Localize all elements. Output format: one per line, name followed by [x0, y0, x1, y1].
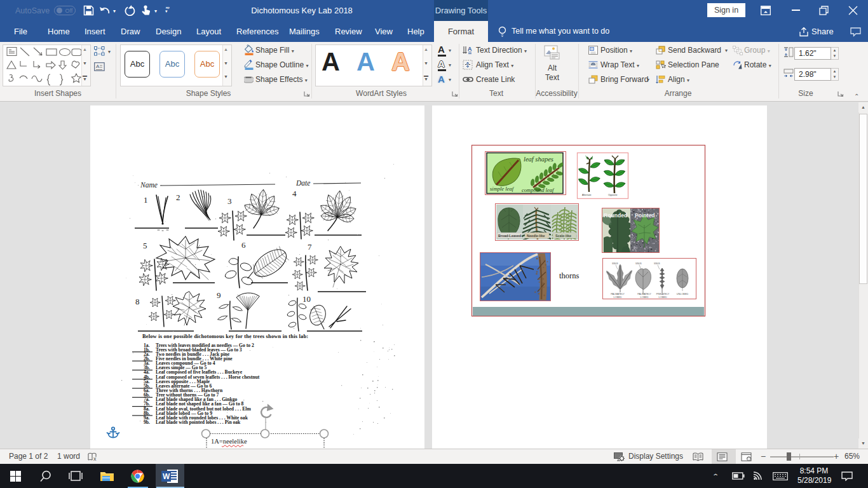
svg-text:simple leaf: simple leaf	[490, 186, 515, 192]
svg-text:SINUS: SINUS	[654, 262, 660, 265]
svg-text:Leaf blade with pointed lobes: Leaf blade with pointed lobes . . . Pin …	[156, 419, 241, 425]
svg-text:1A=neelelike: 1A=neelelike	[211, 438, 247, 445]
svg-text:Below is one possible dichotom: Below is one possible dichotomous key fo…	[142, 334, 308, 339]
svg-text:2: 2	[176, 193, 180, 202]
svg-text:LOBED: LOBED	[659, 296, 667, 299]
svg-text:9: 9	[217, 290, 221, 300]
svg-text:SINUS: SINUS	[612, 262, 618, 265]
svg-text:3: 3	[227, 196, 232, 206]
svg-text:LOBED: LOBED	[641, 296, 649, 299]
svg-text:compound leaf: compound leaf	[522, 187, 555, 193]
svg-text:thorns: thorns	[559, 271, 579, 280]
svg-text:A: A	[96, 64, 100, 69]
svg-text:Opposite: Opposite	[608, 194, 617, 196]
svg-text:7: 7	[308, 242, 312, 252]
svg-text:8: 8	[135, 297, 140, 306]
svg-text:leaf shapes: leaf shapes	[524, 156, 553, 163]
svg-text:4: 4	[292, 189, 297, 198]
svg-text:Date: Date	[295, 179, 310, 187]
svg-text:UNLOBED: UNLOBED	[677, 293, 689, 295]
svg-text:9b.: 9b.	[144, 419, 150, 425]
svg-text:PINNATELY: PINNATELY	[656, 293, 670, 295]
svg-text:PALMATELY: PALMATELY	[611, 293, 625, 295]
svg-text:x: x	[93, 456, 97, 461]
svg-text:Name: Name	[140, 181, 158, 189]
svg-text:SINUS: SINUS	[635, 262, 642, 265]
svg-text:1: 1	[144, 195, 148, 205]
svg-text:10: 10	[302, 294, 311, 304]
svg-text:Needle-like: Needle-like	[527, 234, 545, 238]
svg-text:W: W	[163, 472, 170, 481]
svg-text:PALMATELY: PALMATELY	[637, 293, 651, 295]
svg-text:Scale-like: Scale-like	[555, 234, 571, 238]
svg-text:5: 5	[143, 241, 147, 250]
svg-text:Alternate: Alternate	[582, 194, 591, 196]
svg-text:6: 6	[241, 240, 246, 250]
svg-text:Broad-Leaved: Broad-Leaved	[498, 234, 521, 238]
svg-text:Pointed: Pointed	[635, 212, 655, 219]
svg-text:LOBED: LOBED	[614, 296, 622, 299]
svg-text:A: A	[468, 46, 472, 52]
svg-text:Rounded: Rounded	[604, 212, 627, 219]
